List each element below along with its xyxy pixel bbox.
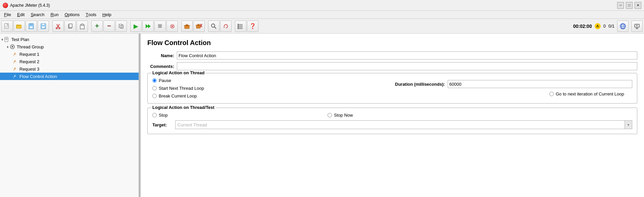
save-button[interactable]: [38, 21, 49, 32]
menu-search[interactable]: Search: [28, 11, 47, 18]
tree-icon-flow-control: [12, 73, 18, 79]
list-button[interactable]: [235, 21, 246, 32]
timer-display: 00:02:00: [573, 24, 592, 29]
cut-button[interactable]: [52, 21, 64, 32]
app-icon: [3, 3, 8, 8]
svg-rect-41: [238, 27, 239, 28]
duration-input[interactable]: [448, 80, 632, 88]
minimize-button[interactable]: ─: [617, 2, 624, 9]
content-panel: Flow Control Action Name: Comments: Logi…: [141, 34, 644, 197]
target-row: Target: Current Thread ▼: [152, 120, 632, 129]
svg-rect-40: [238, 25, 239, 26]
start-next-option[interactable]: Start Next Thread Loop: [152, 86, 390, 91]
menu-edit[interactable]: Edit: [14, 11, 27, 18]
svg-rect-5: [16, 25, 18, 26]
comments-row: Comments:: [147, 62, 637, 70]
stop-label: Stop: [159, 113, 168, 118]
break-loop-option[interactable]: Break Current Loop: [152, 93, 390, 98]
svg-rect-39: [238, 24, 239, 25]
help-button[interactable]: ❓: [247, 21, 258, 32]
copy-button[interactable]: [64, 21, 76, 32]
stop-radio[interactable]: [152, 113, 157, 117]
target-label: Target:: [152, 122, 172, 127]
name-row: Name:: [147, 51, 637, 60]
go-to-next-radio[interactable]: [549, 92, 554, 96]
toolbar-right: 00:02:00 ⚠ 0 0/1: [573, 21, 643, 32]
main-layout: ♦ Test Plan ♦ Thread Group Request 1: [0, 34, 644, 197]
clear-all-button[interactable]: [193, 21, 205, 32]
panel-title: Flow Control Action: [147, 39, 637, 47]
svg-marker-22: [146, 24, 148, 28]
tree-icon-test-plan: [4, 36, 10, 42]
sidebar: ♦ Test Plan ♦ Thread Group Request 1: [0, 34, 139, 197]
stop-option[interactable]: Stop: [152, 113, 168, 118]
save-template-button[interactable]: [26, 21, 37, 32]
svg-rect-1: [5, 26, 8, 26]
thread-test-options-row: Stop Stop Now: [152, 113, 632, 118]
target-dropdown[interactable]: Current Thread ▼: [175, 120, 632, 129]
sidebar-label-request1: Request 1: [19, 52, 39, 57]
new-button[interactable]: [1, 21, 13, 32]
duration-row: Duration (milliseconds):: [395, 80, 632, 88]
paste-button[interactable]: [77, 21, 88, 32]
sidebar-item-thread-group[interactable]: ♦ Thread Group: [0, 43, 139, 50]
start-next-label: Start Next Thread Loop: [159, 86, 204, 91]
menu-help[interactable]: Help: [100, 11, 114, 18]
sidebar-item-flow-control[interactable]: Flow Control Action: [0, 73, 139, 80]
stop-now-radio[interactable]: [328, 113, 332, 117]
go-to-next-label: Go to next iteration of Current Loop: [556, 91, 624, 96]
remote-button[interactable]: [631, 21, 643, 32]
add-button[interactable]: +: [91, 21, 103, 32]
start-button[interactable]: ▶: [130, 21, 142, 32]
title-text: Apache JMeter (5.4.3): [10, 3, 617, 8]
name-label: Name:: [147, 53, 174, 58]
maximize-button[interactable]: □: [626, 2, 633, 9]
break-loop-radio[interactable]: [152, 94, 157, 98]
remove-button[interactable]: −: [103, 21, 115, 32]
tree-icon-request3: [12, 66, 18, 72]
duration-label: Duration (milliseconds):: [395, 82, 445, 87]
search-button[interactable]: [208, 21, 219, 32]
stop-button[interactable]: ⏹: [154, 21, 166, 32]
pause-option[interactable]: Pause: [152, 78, 390, 83]
sidebar-label-request2: Request 2: [19, 59, 39, 64]
menu-options[interactable]: Options: [62, 11, 82, 18]
menu-file[interactable]: File: [1, 11, 14, 18]
sidebar-item-request3[interactable]: Request 3: [0, 65, 139, 73]
stop-now-label: Stop Now: [334, 113, 353, 118]
svg-rect-60: [14, 69, 16, 69]
open-button[interactable]: [13, 21, 25, 32]
start-next-radio[interactable]: [152, 86, 157, 90]
stop-now-option[interactable]: Stop Now: [328, 113, 353, 118]
start-no-pause-button[interactable]: [142, 21, 154, 32]
logical-action-thread-test-group: Logical Action on Thread/Test Stop Stop …: [147, 108, 637, 134]
go-to-next-option[interactable]: Go to next iteration of Current Loop: [549, 91, 624, 96]
svg-rect-59: [14, 61, 16, 62]
warning-badge: ⚠: [595, 23, 601, 29]
sidebar-label-request3: Request 3: [19, 67, 39, 72]
svg-rect-7: [30, 24, 33, 25]
target-dropdown-arrow[interactable]: ▼: [625, 121, 632, 129]
sidebar-label-thread-group: Thread Group: [17, 44, 44, 49]
comments-input[interactable]: [177, 62, 637, 70]
warning-count: 0: [603, 24, 606, 29]
menu-run[interactable]: Run: [48, 11, 61, 18]
sidebar-item-request1[interactable]: Request 1: [0, 50, 139, 58]
sidebar-item-test-plan[interactable]: ♦ Test Plan: [0, 36, 139, 43]
window-controls: ─ □ ✕: [617, 2, 641, 9]
close-button[interactable]: ✕: [635, 2, 641, 9]
pause-radio[interactable]: [152, 78, 157, 83]
go-to-next-row: Go to next iteration of Current Loop: [395, 91, 632, 96]
shutdown-button[interactable]: ⊗: [166, 21, 178, 32]
name-input[interactable]: [177, 51, 637, 60]
menu-bar: File Edit Search Run Options Tools Help: [0, 11, 644, 19]
reset-button[interactable]: [220, 21, 232, 32]
network-button[interactable]: [617, 21, 629, 32]
menu-tools[interactable]: Tools: [83, 11, 99, 18]
duplicate-button[interactable]: [115, 21, 127, 32]
logical-action-thread-label: Logical Action on Thread: [151, 70, 206, 75]
comments-label: Comments:: [147, 64, 174, 69]
thread-radio-col: Pause Start Next Thread Loop Break Curre…: [152, 78, 390, 98]
sidebar-item-request2[interactable]: Request 2: [0, 58, 139, 65]
clear-button[interactable]: [181, 21, 193, 32]
